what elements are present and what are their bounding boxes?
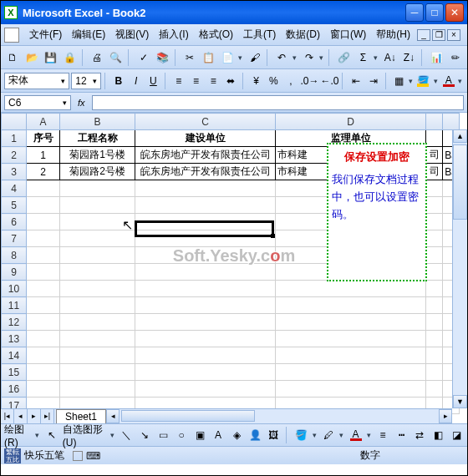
print-icon[interactable]: 🖨 — [89, 48, 106, 67]
ime-icon[interactable]: 繁転五比 — [4, 448, 21, 463]
increase-decimal-icon[interactable]: .0→ — [300, 73, 318, 89]
cell[interactable]: 菊园路2号楼 — [60, 164, 135, 180]
hyperlink-icon[interactable]: 🔗 — [335, 48, 353, 67]
menu-data[interactable]: 数据(D) — [281, 26, 325, 43]
decrease-indent-icon[interactable]: ⇤ — [348, 73, 364, 89]
vertical-scrollbar[interactable]: ▲ ▼ — [452, 129, 467, 408]
font-size-box[interactable]: 12▾ — [71, 73, 101, 89]
cell[interactable]: 序号 — [27, 130, 60, 147]
menu-edit[interactable]: 编辑(E) — [67, 26, 110, 43]
cell[interactable]: 皖东房地产开发有限责任公司 — [135, 147, 276, 164]
open-icon[interactable]: 📂 — [23, 48, 41, 67]
increase-indent-icon[interactable]: ⇥ — [366, 73, 382, 89]
fill-color-draw-icon[interactable]: 🪣 — [294, 426, 309, 444]
sort-asc-icon[interactable]: A↓ — [381, 48, 399, 67]
picture-icon[interactable]: 🖼 — [266, 426, 281, 444]
decrease-decimal-icon[interactable]: ←.0 — [320, 73, 338, 89]
close-button[interactable]: ✕ — [445, 3, 464, 22]
scroll-up-icon[interactable]: ▲ — [453, 129, 467, 143]
col-header-D[interactable]: D — [276, 114, 426, 130]
italic-button[interactable]: I — [128, 73, 144, 89]
new-icon[interactable]: 🗋 — [4, 48, 22, 67]
keyboard-icon[interactable]: ⌨ — [86, 450, 100, 462]
menu-format[interactable]: 格式(O) — [194, 26, 238, 43]
align-left-icon[interactable]: ≡ — [170, 73, 186, 89]
col-header-A[interactable]: A — [27, 114, 60, 130]
doc-close-button[interactable]: × — [447, 29, 460, 41]
shadow-icon[interactable]: ◧ — [430, 426, 445, 444]
scroll-right-icon[interactable]: ▸ — [439, 409, 452, 423]
cell[interactable]: 工程名称 — [60, 130, 135, 147]
preview-icon[interactable]: 🔍 — [108, 48, 125, 67]
fx-button[interactable]: fx — [78, 98, 85, 108]
maximize-button[interactable]: □ — [425, 3, 444, 22]
doc-restore-button[interactable]: ❐ — [432, 29, 445, 41]
doc-minimize-button[interactable]: _ — [417, 29, 430, 41]
col-header-C[interactable]: C — [135, 114, 276, 130]
menu-tools[interactable]: 工具(T) — [238, 26, 281, 43]
permission-icon[interactable]: 🔒 — [61, 48, 79, 67]
name-box[interactable]: C6▾ — [4, 95, 71, 110]
paste-icon[interactable]: 📄 — [219, 48, 237, 67]
line-icon[interactable]: ＼ — [119, 426, 134, 444]
col-header-B[interactable]: B — [60, 114, 135, 130]
cell[interactable]: 皖东房地产开发有限责任公司 — [135, 164, 276, 180]
fill-color-icon[interactable]: 🪣 — [416, 73, 432, 89]
drawing-menu[interactable]: 绘图(R) — [4, 423, 32, 448]
menu-view[interactable]: 视图(V) — [110, 26, 154, 43]
cell[interactable]: 司 — [426, 147, 443, 164]
format-painter-icon[interactable]: 🖌 — [246, 48, 263, 67]
line-style-icon[interactable]: ≡ — [375, 426, 390, 444]
scroll-thumb[interactable] — [453, 144, 467, 220]
scroll-left-icon[interactable]: ◂ — [106, 409, 120, 423]
3d-icon[interactable]: ◪ — [449, 426, 464, 444]
scroll-down-icon[interactable]: ▼ — [453, 395, 467, 408]
cell[interactable]: 菊园路1号楼 — [60, 147, 135, 164]
select-objects-icon[interactable]: ↖ — [44, 426, 59, 444]
tab-last-icon[interactable]: ▸| — [41, 409, 54, 423]
ime-toggle[interactable] — [73, 451, 83, 461]
copy-icon[interactable]: 📋 — [200, 48, 217, 67]
underline-button[interactable]: U — [145, 73, 161, 89]
wordart-icon[interactable]: A — [211, 426, 226, 444]
menu-insert[interactable]: 插入(I) — [154, 26, 193, 43]
drawing-icon[interactable]: ✏ — [446, 48, 464, 67]
rectangle-icon[interactable]: ▭ — [155, 426, 170, 444]
spell-icon[interactable]: ✓ — [135, 48, 152, 67]
row-header[interactable]: 3 — [2, 164, 27, 180]
redo-icon[interactable]: ↷ — [300, 48, 318, 67]
clipart-icon[interactable]: 👤 — [247, 426, 262, 444]
arrow-style-icon[interactable]: ⇄ — [412, 426, 427, 444]
research-icon[interactable]: 📚 — [154, 48, 171, 67]
cell[interactable]: 司 — [426, 164, 443, 180]
tab-first-icon[interactable]: |◂ — [1, 409, 14, 423]
tab-next-icon[interactable]: ▸ — [28, 409, 41, 423]
oval-icon[interactable]: ○ — [174, 426, 189, 444]
hscroll-thumb[interactable] — [121, 410, 255, 422]
sheet-tab[interactable]: Sheet1 — [56, 409, 106, 423]
line-color-icon[interactable]: 🖊 — [321, 426, 336, 444]
horizontal-scrollbar[interactable]: ◂ ▸ — [106, 409, 452, 423]
font-color-icon[interactable]: A — [440, 73, 456, 89]
align-right-icon[interactable]: ≡ — [206, 73, 221, 89]
chart-icon[interactable]: 📊 — [428, 48, 445, 67]
diagram-icon[interactable]: ◈ — [229, 426, 244, 444]
autoshapes-menu[interactable]: 自选图形(U) — [63, 423, 107, 448]
cut-icon[interactable]: ✂ — [181, 48, 198, 67]
textbox-icon[interactable]: ▣ — [192, 426, 207, 444]
align-center-icon[interactable]: ≡ — [188, 73, 204, 89]
document-icon[interactable] — [4, 28, 19, 43]
arrow-icon[interactable]: ↘ — [137, 426, 152, 444]
dash-style-icon[interactable]: ┅ — [394, 426, 409, 444]
font-color-draw-icon[interactable]: A — [348, 426, 364, 444]
row-header[interactable]: 1 — [2, 130, 27, 147]
percent-icon[interactable]: % — [266, 73, 282, 89]
autosum-icon[interactable]: Σ — [354, 48, 372, 67]
merge-center-icon[interactable]: ⬌ — [223, 73, 239, 89]
cell[interactable]: 2 — [27, 164, 60, 180]
undo-icon[interactable]: ↶ — [273, 48, 291, 67]
comma-icon[interactable]: , — [283, 73, 299, 89]
currency-icon[interactable]: ¥ — [248, 73, 264, 89]
menu-help[interactable]: 帮助(H) — [371, 26, 415, 43]
borders-icon[interactable]: ▦ — [391, 73, 407, 89]
